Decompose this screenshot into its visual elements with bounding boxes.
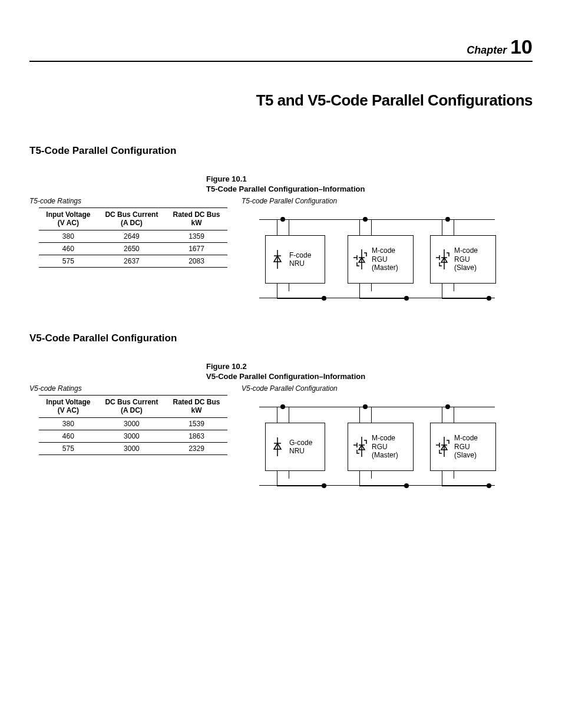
unit-label: M-code — [454, 434, 478, 442]
bus-node-icon — [280, 404, 285, 409]
cell: 380 — [39, 417, 98, 430]
figure-number-v5: Figure 10.2 — [206, 362, 533, 371]
unit-rgu-slave: M-code RGU (Slave) — [430, 235, 496, 284]
cell: 575 — [39, 442, 98, 454]
col-header-sub: kW — [191, 406, 202, 414]
cell: 460 — [39, 430, 98, 442]
unit-rgu-slave: M-code RGU (Slave) — [430, 423, 496, 471]
unit-rgu-master: M-code RGU (Master) — [348, 423, 414, 471]
diagram-t5: F-code NRU — [242, 209, 495, 309]
cell: 460 — [39, 242, 98, 255]
chapter-header: Chapter 10 — [29, 35, 533, 62]
bus-node-icon — [445, 217, 450, 222]
unit-label: M-code — [372, 434, 395, 442]
unit-label: M-code — [454, 246, 478, 255]
unit-label: RGU — [454, 443, 470, 451]
col-header-sub: (V AC) — [58, 219, 79, 227]
unit-label: NRU — [289, 259, 305, 268]
bus-node-icon — [363, 404, 368, 409]
chapter-number: 10 — [510, 35, 533, 58]
table-header-row: Input Voltage(V AC) DC Bus Current(A DC)… — [39, 396, 227, 418]
table-title-t5: T5-code Ratings — [29, 197, 218, 205]
unit-label: M-code — [372, 246, 395, 255]
igbt-icon — [348, 249, 372, 269]
cell: 3000 — [98, 442, 166, 454]
col-header-sub: (A DC) — [121, 406, 143, 414]
unit-label: G-code — [289, 439, 312, 447]
table-row: 57530002329 — [39, 442, 227, 454]
cell: 2083 — [166, 255, 227, 267]
unit-label: (Slave) — [454, 451, 477, 459]
cell: 3000 — [98, 417, 166, 430]
col-header-sub: kW — [191, 219, 202, 227]
diagram-title-v5: V5-code Parallel Configuration — [242, 384, 533, 393]
col-header: DC Bus Current — [105, 398, 158, 406]
cell: 1863 — [166, 430, 227, 442]
figure-title-v5: V5-Code Parallel Configuration–Informati… — [206, 372, 533, 381]
cell: 1539 — [166, 417, 227, 430]
ratings-table-v5: Input Voltage(V AC) DC Bus Current(A DC)… — [39, 395, 227, 455]
diagram-v5: G-code NRU M-cod — [242, 396, 495, 496]
cell: 3000 — [98, 430, 166, 442]
figure-number-t5: Figure 10.1 — [206, 174, 533, 183]
unit-label: F-code — [289, 251, 311, 259]
unit-label: RGU — [454, 255, 470, 263]
diagram-title-t5: T5-code Parallel Configuration — [242, 197, 533, 205]
unit-label: (Master) — [372, 263, 398, 272]
unit-label: RGU — [372, 443, 388, 451]
section-heading-v5: V5-Code Parallel Configuration — [29, 332, 533, 344]
cell: 1359 — [166, 230, 227, 242]
table-row: 57526372083 — [39, 255, 227, 267]
diode-icon — [266, 250, 289, 269]
igbt-icon — [431, 249, 454, 269]
table-title-v5: V5-code Ratings — [29, 384, 218, 393]
table-row: 38030001539 — [39, 417, 227, 430]
igbt-icon — [431, 437, 454, 457]
page-title: T5 and V5-Code Parallel Configurations — [29, 91, 533, 110]
col-header: Input Voltage — [46, 398, 90, 406]
bus-node-icon — [445, 404, 450, 409]
unit-label: NRU — [289, 447, 305, 455]
cell: 575 — [39, 255, 98, 267]
cell: 380 — [39, 230, 98, 242]
col-header: Rated DC Bus — [173, 210, 220, 219]
cell: 2649 — [98, 230, 166, 242]
col-header: DC Bus Current — [105, 210, 158, 219]
unit-label: (Slave) — [454, 263, 477, 272]
col-header-sub: (V AC) — [58, 406, 79, 414]
ratings-table-t5: Input Voltage(V AC) DC Bus Current(A DC)… — [39, 207, 227, 268]
diode-icon — [266, 437, 289, 456]
unit-nru: F-code NRU — [265, 235, 325, 284]
table-row: 46030001863 — [39, 430, 227, 442]
cell: 2637 — [98, 255, 166, 267]
table-header-row: Input Voltage(V AC) DC Bus Current(A DC)… — [39, 208, 227, 230]
bus-node-icon — [280, 217, 285, 222]
figure-title-t5: T5-Code Parallel Configuration–Informati… — [206, 185, 533, 193]
bus-node-icon — [363, 217, 368, 222]
col-header-sub: (A DC) — [121, 219, 143, 227]
unit-rgu-master: M-code RGU (Master) — [348, 235, 414, 284]
cell: 1677 — [166, 242, 227, 255]
unit-label: RGU — [372, 255, 388, 263]
igbt-icon — [348, 437, 372, 457]
section-heading-t5: T5-Code Parallel Configuration — [29, 145, 533, 157]
unit-label: (Master) — [372, 451, 398, 459]
col-header: Rated DC Bus — [173, 398, 220, 406]
chapter-label: Chapter — [467, 44, 507, 56]
unit-nru: G-code NRU — [265, 423, 325, 471]
table-row: 38026491359 — [39, 230, 227, 242]
table-row: 46026501677 — [39, 242, 227, 255]
cell: 2329 — [166, 442, 227, 454]
col-header: Input Voltage — [46, 210, 90, 219]
cell: 2650 — [98, 242, 166, 255]
